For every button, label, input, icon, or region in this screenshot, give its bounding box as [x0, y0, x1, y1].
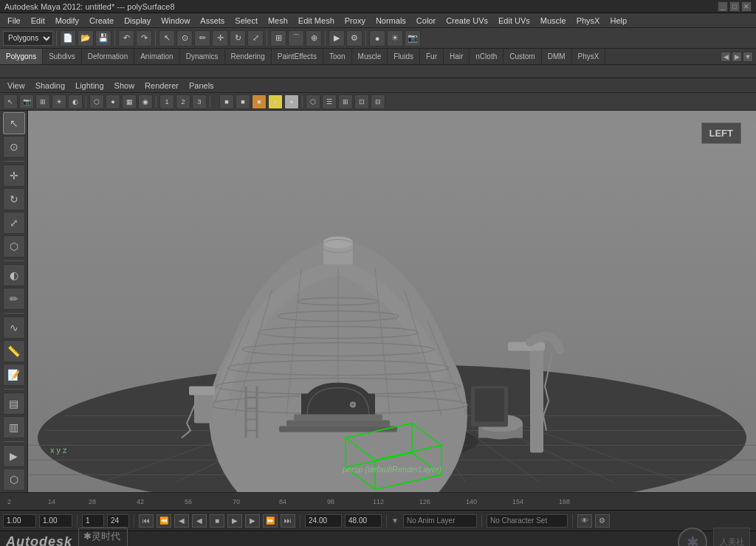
shelf-tab-rendering[interactable]: Rendering — [225, 49, 272, 64]
menu-edit-mesh[interactable]: Edit Mesh — [294, 15, 339, 27]
annotate-button[interactable]: 📝 — [3, 364, 25, 386]
toolbar-paint[interactable]: ✏ — [194, 30, 210, 46]
vp-menu-show[interactable]: Show — [110, 80, 140, 91]
select-tool-button[interactable]: ↖ — [3, 112, 25, 134]
timeline-bar[interactable]: 2 14 28 42 56 70 84 98 112 126 140 154 1… — [0, 493, 756, 510]
curve-tool-button[interactable]: ∿ — [3, 317, 25, 339]
viewport-canvas[interactable]: x y z LEFT persp (defaultRenderLayer) — [28, 111, 756, 492]
menu-edit[interactable]: Edit — [27, 15, 49, 27]
vp-menu-lighting[interactable]: Lighting — [71, 80, 109, 91]
measure-button[interactable]: 📏 — [3, 340, 25, 362]
toolbar-new[interactable]: 📄 — [60, 30, 76, 46]
vp-menu-view[interactable]: View — [3, 80, 30, 91]
vp-camera-btn[interactable]: 📷 — [19, 94, 34, 109]
vp-menu-panels[interactable]: Panels — [185, 80, 219, 91]
vp-color-btn5[interactable]: ● — [284, 94, 299, 109]
shelf-prev-button[interactable]: ◀ — [721, 52, 731, 62]
vp-color-btn1[interactable]: ■ — [219, 94, 234, 109]
frame-end-field[interactable] — [107, 514, 129, 528]
menu-mesh[interactable]: Mesh — [264, 15, 292, 27]
go-to-start-button[interactable]: ⏮ — [139, 514, 154, 528]
shelf-menu-button[interactable]: ▼ — [743, 52, 753, 62]
maximize-button[interactable]: □ — [729, 1, 740, 12]
vp-texture-btn[interactable]: ▦ — [122, 94, 137, 109]
vp-tool-d[interactable]: ⊡ — [354, 94, 369, 109]
step-back-button[interactable]: ⏪ — [157, 514, 171, 528]
toolbar-open[interactable]: 📂 — [78, 30, 94, 46]
toolbar-scale[interactable]: ⤢ — [247, 30, 264, 46]
toolbar-sphere[interactable]: ● — [369, 30, 385, 46]
shelf-next-button[interactable]: ▶ — [732, 52, 742, 62]
vp-tool-c[interactable]: ⊞ — [338, 94, 353, 109]
menu-muscle[interactable]: Muscle — [536, 15, 571, 27]
rotate-tool-button[interactable]: ↻ — [3, 188, 25, 210]
current-time-field[interactable] — [305, 514, 342, 528]
menu-physx[interactable]: PhysX — [572, 15, 605, 27]
settings-button[interactable]: ⚙ — [595, 514, 610, 528]
mode-selector[interactable]: Polygons — [3, 31, 53, 46]
toolbar-snap-curve[interactable]: ⌒ — [288, 30, 304, 46]
char-set-field[interactable] — [487, 514, 568, 528]
render-button[interactable]: ▶ — [3, 445, 25, 467]
end-time-field[interactable] — [39, 514, 72, 528]
menu-normals[interactable]: Normals — [371, 15, 410, 27]
vp-grid-btn[interactable]: ⊞ — [35, 94, 50, 109]
toolbar-move[interactable]: ✛ — [212, 30, 228, 46]
toolbar-rotate[interactable]: ↻ — [230, 30, 246, 46]
shelf-tab-fluids[interactable]: Fluids — [388, 49, 420, 64]
stop-button[interactable]: ■ — [210, 514, 224, 528]
vp-menu-shading[interactable]: Shading — [31, 80, 69, 91]
play-forward-button[interactable]: ▶ — [227, 514, 242, 528]
shelf-tab-toon[interactable]: Toon — [323, 49, 352, 64]
soft-mod-button[interactable]: ◐ — [3, 264, 25, 286]
key-options-button[interactable]: 👁 — [577, 514, 592, 528]
vp-color-btn2[interactable]: ■ — [236, 94, 250, 109]
shelf-tab-dmm[interactable]: DMM — [542, 49, 572, 64]
frame-start-field[interactable] — [82, 514, 104, 528]
menu-modify[interactable]: Modify — [51, 15, 83, 27]
toolbar-snap-grid[interactable]: ⊞ — [270, 30, 286, 46]
toolbar-redo[interactable]: ↷ — [136, 30, 152, 46]
go-to-end-button[interactable]: ⏭ — [281, 514, 295, 528]
menu-color[interactable]: Color — [412, 15, 440, 27]
menu-help[interactable]: Help — [605, 15, 631, 27]
shelf-tab-muscle[interactable]: Muscle — [352, 49, 388, 64]
show-manipulator-button[interactable]: ⬡ — [3, 235, 25, 258]
shelf-tab-hair[interactable]: Hair — [444, 49, 470, 64]
vp-smooth-btn[interactable]: ● — [106, 94, 120, 109]
toolbar-lasso[interactable]: ⊙ — [176, 30, 193, 46]
scale-tool-button[interactable]: ⤢ — [3, 212, 25, 234]
vp-menu-renderer[interactable]: Renderer — [140, 80, 183, 91]
move-tool-button[interactable]: ✛ — [3, 165, 25, 187]
shelf-tab-animation[interactable]: Animation — [134, 49, 179, 64]
menu-select[interactable]: Select — [230, 15, 262, 27]
shelf-tab-subdivs[interactable]: Subdivs — [43, 49, 82, 64]
menu-edit-uvs[interactable]: Edit UVs — [494, 15, 535, 27]
vp-tool-e[interactable]: ⊟ — [371, 94, 385, 109]
vp-wire-btn[interactable]: ⬡ — [89, 94, 104, 109]
anim-layer-field[interactable] — [403, 514, 477, 528]
shelf-tab-painteffects[interactable]: PaintEffects — [272, 49, 323, 64]
toolbar-render-settings[interactable]: ⚙ — [346, 30, 362, 46]
close-button[interactable]: ✕ — [741, 1, 752, 12]
shelf-tab-polygons[interactable]: Polygons — [0, 49, 43, 64]
menu-window[interactable]: Window — [157, 15, 194, 27]
toolbar-select[interactable]: ↖ — [159, 30, 175, 46]
minimize-button[interactable]: _ — [718, 1, 728, 12]
vp-resolution-btn3[interactable]: 3 — [192, 94, 207, 109]
layer-button[interactable]: ▤ — [3, 393, 25, 415]
prev-frame-button[interactable]: ◀ — [174, 514, 189, 528]
play-backward-button[interactable]: ◀ — [192, 514, 207, 528]
shelf-tab-deformation[interactable]: Deformation — [82, 49, 134, 64]
menu-file[interactable]: File — [3, 15, 25, 27]
lasso-tool-button[interactable]: ⊙ — [3, 136, 25, 158]
shelf-tab-ncloth[interactable]: nCloth — [470, 49, 504, 64]
vp-isolate-btn[interactable]: ◉ — [138, 94, 153, 109]
shelf-tab-dynamics[interactable]: Dynamics — [180, 49, 225, 64]
timeline-area[interactable]: 2 14 28 42 56 70 84 98 112 126 140 154 1… — [0, 492, 756, 510]
vp-shade-btn[interactable]: ◐ — [68, 94, 83, 109]
sculpt-button[interactable]: ✏ — [3, 288, 25, 310]
vp-resolution-btn[interactable]: 1 — [159, 94, 174, 109]
menu-assets[interactable]: Assets — [196, 15, 229, 27]
shelf-tab-custom[interactable]: Custom — [504, 49, 541, 64]
